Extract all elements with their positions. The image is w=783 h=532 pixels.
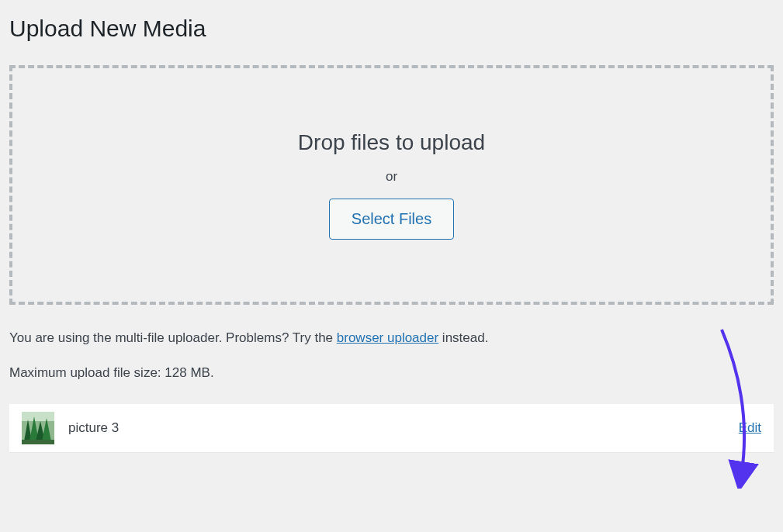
file-drop-zone[interactable]: Drop files to upload or Select Files [9,65,774,305]
uploader-info-text: You are using the multi-file uploader. P… [9,328,774,348]
max-upload-size-text: Maximum upload file size: 128 MB. [9,365,774,381]
page-title: Upload New Media [9,16,774,42]
forest-image-icon [22,412,54,444]
edit-media-link[interactable]: Edit [739,420,761,436]
info-suffix: instead. [438,330,488,345]
media-thumbnail [22,412,54,444]
info-prefix: You are using the multi-file uploader. P… [9,330,337,345]
browser-uploader-link[interactable]: browser uploader [337,330,438,345]
drop-zone-or: or [28,169,755,185]
svg-rect-6 [22,440,54,444]
media-item-row: picture 3 Edit [9,404,774,452]
svg-rect-1 [22,412,54,421]
media-item-name: picture 3 [68,420,739,436]
select-files-button[interactable]: Select Files [329,199,454,240]
drop-zone-title: Drop files to upload [28,130,755,155]
